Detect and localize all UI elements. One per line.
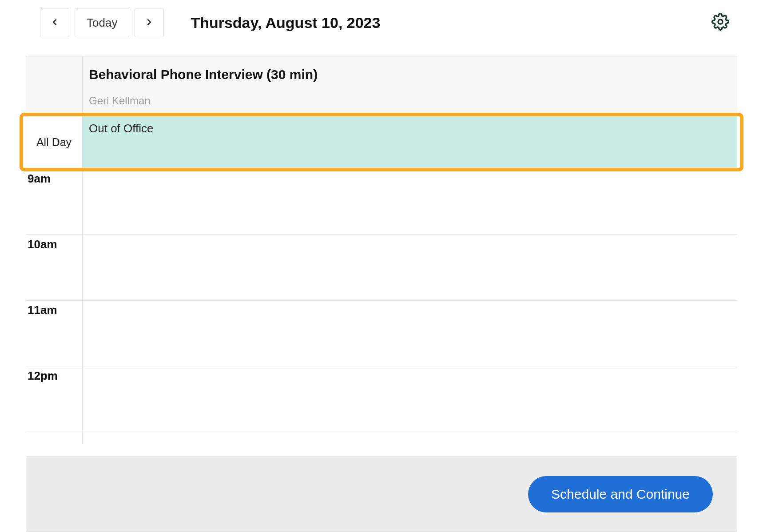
hour-row[interactable]: 11am — [26, 300, 737, 366]
chevron-left-icon — [50, 17, 60, 28]
event-title: Behavioral Phone Interview (30 min) — [89, 67, 731, 82]
header-main: Behavioral Phone Interview (30 min) Geri… — [83, 56, 737, 115]
allday-row[interactable]: All Day Out of Office — [26, 115, 737, 169]
next-day-button[interactable] — [135, 8, 164, 37]
hour-label: 11am — [26, 301, 83, 366]
hour-slot[interactable] — [83, 366, 737, 432]
schedule-continue-button[interactable]: Schedule and Continue — [528, 476, 713, 512]
gear-icon — [711, 13, 729, 32]
current-date: Thursday, August 10, 2023 — [191, 14, 380, 32]
allday-label: All Day — [26, 115, 83, 169]
toolbar: Today Thursday, August 10, 2023 — [0, 0, 763, 45]
hour-slot[interactable] — [83, 301, 737, 366]
hour-row[interactable] — [26, 432, 737, 444]
hour-slot[interactable] — [83, 432, 737, 444]
hour-slot[interactable] — [83, 235, 737, 300]
settings-button[interactable] — [711, 13, 730, 32]
calendar-grid: Behavioral Phone Interview (30 min) Geri… — [26, 56, 737, 444]
hour-label: 10am — [26, 235, 83, 300]
attendee-name: Geri Kellman — [89, 95, 731, 107]
hour-row[interactable]: 12pm — [26, 366, 737, 432]
hour-row[interactable]: 9am — [26, 169, 737, 234]
hour-slot[interactable] — [83, 169, 737, 234]
hour-label — [26, 432, 83, 444]
hour-label: 12pm — [26, 366, 83, 432]
hour-row[interactable]: 10am — [26, 234, 737, 300]
footer-bar: Schedule and Continue — [26, 457, 737, 532]
header-gutter — [26, 56, 83, 115]
calendar-header: Behavioral Phone Interview (30 min) Geri… — [26, 56, 737, 115]
allday-event[interactable]: Out of Office — [83, 115, 737, 169]
today-button[interactable]: Today — [75, 8, 129, 37]
prev-day-button[interactable] — [40, 8, 69, 37]
svg-point-0 — [718, 20, 723, 24]
chevron-right-icon — [144, 17, 154, 28]
hour-label: 9am — [26, 169, 83, 234]
